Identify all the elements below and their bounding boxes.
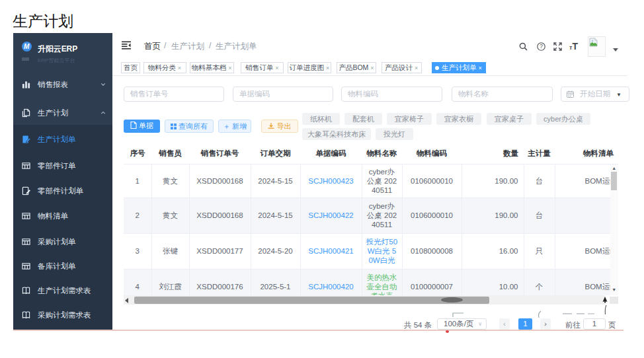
svg-text:?: ? [540, 43, 543, 50]
